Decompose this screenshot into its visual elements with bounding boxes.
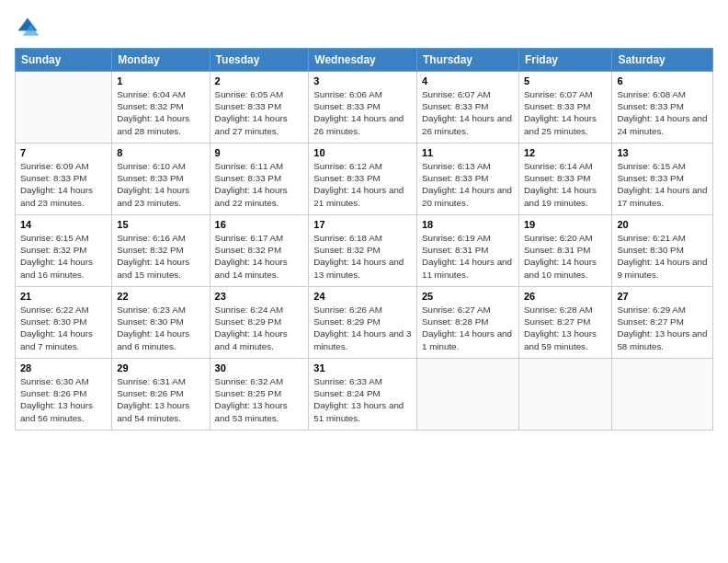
header-cell-wednesday: Wednesday <box>309 49 417 72</box>
day-info: Sunrise: 6:27 AMSunset: 8:28 PMDaylight:… <box>422 304 514 352</box>
day-info: Sunrise: 6:23 AMSunset: 8:30 PMDaylight:… <box>117 304 204 352</box>
day-info: Sunrise: 6:31 AMSunset: 8:26 PMDaylight:… <box>117 375 204 424</box>
week-row-2: 7Sunrise: 6:09 AMSunset: 8:33 PMDaylight… <box>16 144 713 215</box>
day-number: 29 <box>117 362 204 373</box>
week-row-3: 14Sunrise: 6:15 AMSunset: 8:32 PMDayligh… <box>16 215 713 287</box>
day-cell: 28Sunrise: 6:30 AMSunset: 8:26 PMDayligh… <box>16 359 112 431</box>
day-cell <box>416 359 518 431</box>
day-info: Sunrise: 6:10 AMSunset: 8:33 PMDaylight:… <box>117 160 204 209</box>
day-number: 18 <box>422 219 514 230</box>
day-cell: 7Sunrise: 6:09 AMSunset: 8:33 PMDaylight… <box>16 144 112 215</box>
day-cell: 17Sunrise: 6:18 AMSunset: 8:32 PMDayligh… <box>309 215 417 287</box>
logo-icon <box>15 15 40 40</box>
day-info: Sunrise: 6:17 AMSunset: 8:32 PMDaylight:… <box>215 232 304 281</box>
day-cell: 14Sunrise: 6:15 AMSunset: 8:32 PMDayligh… <box>16 215 112 287</box>
day-cell: 3Sunrise: 6:06 AMSunset: 8:33 PMDaylight… <box>309 72 417 144</box>
day-info: Sunrise: 6:19 AMSunset: 8:31 PMDaylight:… <box>422 232 514 281</box>
week-row-1: 1Sunrise: 6:04 AMSunset: 8:32 PMDaylight… <box>16 72 713 144</box>
day-cell: 5Sunrise: 6:07 AMSunset: 8:33 PMDaylight… <box>519 72 612 144</box>
day-info: Sunrise: 6:07 AMSunset: 8:33 PMDaylight:… <box>422 88 514 137</box>
logo <box>15 15 44 40</box>
day-number: 10 <box>313 147 412 158</box>
day-info: Sunrise: 6:18 AMSunset: 8:32 PMDaylight:… <box>313 232 412 281</box>
header-cell-friday: Friday <box>519 49 612 72</box>
day-cell: 22Sunrise: 6:23 AMSunset: 8:30 PMDayligh… <box>112 287 210 359</box>
day-cell: 21Sunrise: 6:22 AMSunset: 8:30 PMDayligh… <box>16 287 112 359</box>
day-number: 16 <box>215 219 304 230</box>
day-info: Sunrise: 6:09 AMSunset: 8:33 PMDaylight:… <box>20 160 107 209</box>
day-info: Sunrise: 6:04 AMSunset: 8:32 PMDaylight:… <box>117 88 204 137</box>
day-number: 7 <box>20 147 107 158</box>
day-cell: 8Sunrise: 6:10 AMSunset: 8:33 PMDaylight… <box>112 144 210 215</box>
day-number: 9 <box>215 147 304 158</box>
day-number: 13 <box>617 147 708 158</box>
day-cell: 18Sunrise: 6:19 AMSunset: 8:31 PMDayligh… <box>416 215 518 287</box>
day-cell <box>519 359 612 431</box>
day-number: 20 <box>617 219 708 230</box>
day-number: 3 <box>313 75 412 86</box>
day-cell <box>16 72 112 144</box>
day-cell: 23Sunrise: 6:24 AMSunset: 8:29 PMDayligh… <box>210 287 309 359</box>
day-cell: 31Sunrise: 6:33 AMSunset: 8:24 PMDayligh… <box>309 359 417 431</box>
day-cell: 10Sunrise: 6:12 AMSunset: 8:33 PMDayligh… <box>309 144 417 215</box>
day-cell: 29Sunrise: 6:31 AMSunset: 8:26 PMDayligh… <box>112 359 210 431</box>
day-number: 23 <box>215 291 304 302</box>
day-info: Sunrise: 6:15 AMSunset: 8:32 PMDaylight:… <box>20 232 107 281</box>
day-cell: 4Sunrise: 6:07 AMSunset: 8:33 PMDaylight… <box>416 72 518 144</box>
header-cell-tuesday: Tuesday <box>210 49 309 72</box>
day-cell: 19Sunrise: 6:20 AMSunset: 8:31 PMDayligh… <box>519 215 612 287</box>
day-number: 5 <box>524 75 607 86</box>
day-number: 28 <box>20 362 107 373</box>
day-info: Sunrise: 6:24 AMSunset: 8:29 PMDaylight:… <box>215 304 304 352</box>
day-number: 26 <box>524 291 607 302</box>
header-cell-monday: Monday <box>112 49 210 72</box>
calendar-table: SundayMondayTuesdayWednesdayThursdayFrid… <box>15 48 713 431</box>
day-info: Sunrise: 6:20 AMSunset: 8:31 PMDaylight:… <box>524 232 607 281</box>
day-info: Sunrise: 6:16 AMSunset: 8:32 PMDaylight:… <box>117 232 204 281</box>
day-number: 25 <box>422 291 514 302</box>
page: SundayMondayTuesdayWednesdayThursdayFrid… <box>0 0 728 438</box>
day-number: 19 <box>524 219 607 230</box>
day-info: Sunrise: 6:12 AMSunset: 8:33 PMDaylight:… <box>313 160 412 209</box>
day-number: 31 <box>313 362 412 373</box>
day-number: 21 <box>20 291 107 302</box>
day-number: 24 <box>313 291 412 302</box>
header <box>15 15 713 40</box>
day-number: 8 <box>117 147 204 158</box>
header-cell-thursday: Thursday <box>416 49 518 72</box>
day-number: 22 <box>117 291 204 302</box>
day-info: Sunrise: 6:11 AMSunset: 8:33 PMDaylight:… <box>215 160 304 209</box>
day-info: Sunrise: 6:32 AMSunset: 8:25 PMDaylight:… <box>215 375 304 424</box>
day-info: Sunrise: 6:30 AMSunset: 8:26 PMDaylight:… <box>20 375 107 424</box>
day-info: Sunrise: 6:22 AMSunset: 8:30 PMDaylight:… <box>20 304 107 352</box>
day-number: 14 <box>20 219 107 230</box>
day-info: Sunrise: 6:08 AMSunset: 8:33 PMDaylight:… <box>617 88 708 137</box>
day-number: 30 <box>215 362 304 373</box>
day-cell: 12Sunrise: 6:14 AMSunset: 8:33 PMDayligh… <box>519 144 612 215</box>
day-number: 17 <box>313 219 412 230</box>
day-info: Sunrise: 6:07 AMSunset: 8:33 PMDaylight:… <box>524 88 607 137</box>
day-cell: 13Sunrise: 6:15 AMSunset: 8:33 PMDayligh… <box>612 144 713 215</box>
day-info: Sunrise: 6:14 AMSunset: 8:33 PMDaylight:… <box>524 160 607 209</box>
day-cell: 9Sunrise: 6:11 AMSunset: 8:33 PMDaylight… <box>210 144 309 215</box>
day-number: 27 <box>617 291 708 302</box>
day-info: Sunrise: 6:28 AMSunset: 8:27 PMDaylight:… <box>524 304 607 352</box>
day-info: Sunrise: 6:29 AMSunset: 8:27 PMDaylight:… <box>617 304 708 352</box>
day-info: Sunrise: 6:15 AMSunset: 8:33 PMDaylight:… <box>617 160 708 209</box>
day-info: Sunrise: 6:21 AMSunset: 8:30 PMDaylight:… <box>617 232 708 281</box>
day-cell: 25Sunrise: 6:27 AMSunset: 8:28 PMDayligh… <box>416 287 518 359</box>
day-number: 4 <box>422 75 514 86</box>
header-cell-sunday: Sunday <box>16 49 112 72</box>
day-number: 11 <box>422 147 514 158</box>
day-info: Sunrise: 6:13 AMSunset: 8:33 PMDaylight:… <box>422 160 514 209</box>
header-cell-saturday: Saturday <box>612 49 713 72</box>
day-cell: 6Sunrise: 6:08 AMSunset: 8:33 PMDaylight… <box>612 72 713 144</box>
day-cell: 1Sunrise: 6:04 AMSunset: 8:32 PMDaylight… <box>112 72 210 144</box>
day-info: Sunrise: 6:05 AMSunset: 8:33 PMDaylight:… <box>215 88 304 137</box>
day-number: 6 <box>617 75 708 86</box>
day-info: Sunrise: 6:33 AMSunset: 8:24 PMDaylight:… <box>313 375 412 424</box>
week-row-5: 28Sunrise: 6:30 AMSunset: 8:26 PMDayligh… <box>16 359 713 431</box>
day-cell: 16Sunrise: 6:17 AMSunset: 8:32 PMDayligh… <box>210 215 309 287</box>
day-cell: 15Sunrise: 6:16 AMSunset: 8:32 PMDayligh… <box>112 215 210 287</box>
day-cell <box>612 359 713 431</box>
